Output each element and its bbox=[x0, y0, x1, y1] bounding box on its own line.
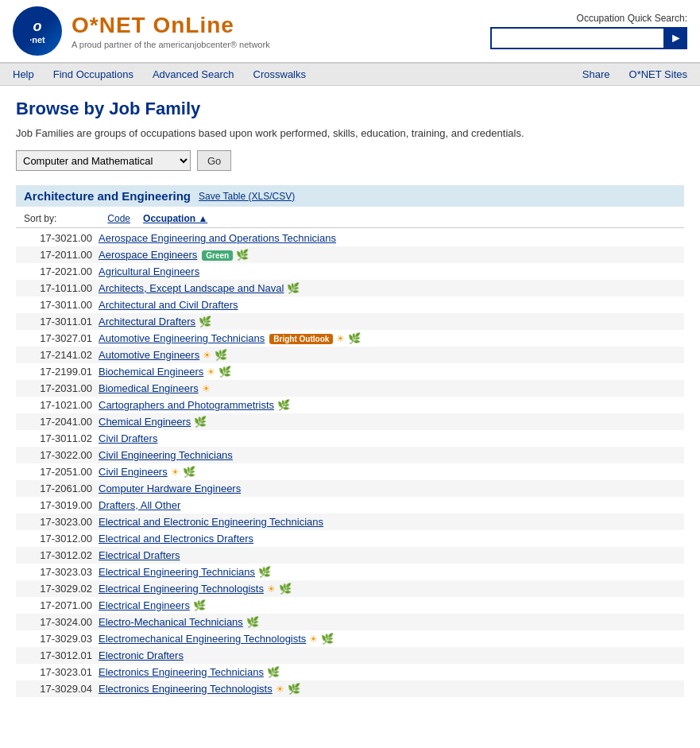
occupation-code: 17-3029.02 bbox=[16, 580, 95, 597]
leaf-icon: 🌿 bbox=[277, 399, 290, 411]
occupation-code: 17-3019.00 bbox=[16, 497, 95, 514]
occupation-link[interactable]: Architects, Except Landscape and Naval bbox=[99, 282, 284, 294]
search-button[interactable]: ► bbox=[665, 27, 687, 49]
table-row: 17-3011.01Architectural Drafters🌿 bbox=[16, 313, 684, 330]
occupation-link[interactable]: Cartographers and Photogrammetrists bbox=[99, 399, 274, 411]
occupation-link[interactable]: Agricultural Engineers bbox=[99, 265, 199, 277]
leaf-icon: 🌿 bbox=[267, 666, 280, 678]
leaf-icon: 🌿 bbox=[194, 416, 207, 428]
section-title: Architecture and Engineering bbox=[24, 189, 191, 203]
occupation-link[interactable]: Electrical Drafters bbox=[99, 549, 180, 561]
table-row: 17-3027.01Automotive Engineering Technic… bbox=[16, 330, 684, 347]
occupation-link[interactable]: Drafters, All Other bbox=[99, 499, 180, 511]
occupation-link[interactable]: Architectural Drafters bbox=[99, 316, 195, 327]
sun-icon: ☀ bbox=[336, 333, 345, 344]
leaf-icon: 🌿 bbox=[193, 599, 206, 611]
table-row: 17-2199.01Biochemical Engineers☀🌿 bbox=[16, 363, 684, 380]
sort-by-occupation[interactable]: Occupation ▲ bbox=[143, 213, 207, 224]
go-button[interactable]: Go bbox=[197, 150, 231, 171]
table-row: 17-2041.00Chemical Engineers🌿 bbox=[16, 413, 684, 430]
occupation-link[interactable]: Computer Hardware Engineers bbox=[99, 483, 241, 494]
table-row: 17-2061.00Computer Hardware Engineers bbox=[16, 480, 684, 497]
occupation-name-cell: Electrical and Electronic Engineering Te… bbox=[95, 514, 684, 530]
occupation-link[interactable]: Electro-Mechanical Technicians bbox=[99, 616, 243, 628]
leaf-icon: 🌿 bbox=[219, 366, 231, 378]
nav-crosswalks[interactable]: Crosswalks bbox=[253, 68, 306, 80]
occupation-link[interactable]: Electrical Engineering Technicians bbox=[99, 566, 255, 578]
occupation-link[interactable]: Architectural and Civil Drafters bbox=[99, 299, 238, 311]
occupation-name-cell: Computer Hardware Engineers bbox=[95, 480, 684, 497]
occupation-link[interactable]: Civil Drafters bbox=[99, 432, 157, 444]
nav-onet-sites[interactable]: O*NET Sites bbox=[629, 68, 687, 80]
table-row: 17-2021.00Agricultural Engineers bbox=[16, 263, 684, 280]
occupation-link[interactable]: Civil Engineers bbox=[99, 466, 168, 478]
occupation-link[interactable]: Automotive Engineers bbox=[99, 349, 199, 361]
occupation-name-cell: Electronics Engineering Technologists☀🌿 bbox=[95, 680, 684, 697]
table-row: 17-3022.00Civil Engineering Technicians bbox=[16, 447, 684, 463]
occupation-link[interactable]: Automotive Engineering Technicians bbox=[99, 332, 265, 344]
section-header: Architecture and Engineering Save Table … bbox=[16, 185, 684, 207]
table-row: 17-2071.00Electrical Engineers🌿 bbox=[16, 597, 684, 614]
occupation-link[interactable]: Electromechanical Engineering Technologi… bbox=[99, 633, 306, 645]
site-title: O*NET OnLine A proud partner of the amer… bbox=[72, 13, 270, 49]
site-header: o ·net O*NET OnLine A proud partner of t… bbox=[0, 0, 700, 63]
leaf-icon: 🌿 bbox=[287, 282, 300, 294]
occupation-code: 17-3011.00 bbox=[16, 296, 95, 313]
nav-help[interactable]: Help bbox=[13, 68, 34, 80]
family-select[interactable]: Computer and Mathematical bbox=[16, 150, 191, 171]
occupation-name-cell: Automotive Engineering TechniciansBright… bbox=[95, 330, 684, 347]
leaf-icon: 🌿 bbox=[199, 316, 211, 327]
occupation-link[interactable]: Civil Engineering Technicians bbox=[99, 449, 233, 461]
occupation-link[interactable]: Electronics Engineering Technicians bbox=[99, 666, 264, 678]
page-title: Browse by Job Family bbox=[16, 99, 684, 119]
search-input[interactable] bbox=[490, 27, 665, 49]
nav-find-occupations[interactable]: Find Occupations bbox=[53, 68, 133, 80]
nav-advanced-search[interactable]: Advanced Search bbox=[153, 68, 234, 80]
occupation-name-cell: Electrical Engineers🌿 bbox=[95, 597, 684, 614]
occupation-link[interactable]: Aerospace Engineers bbox=[99, 249, 197, 261]
occupation-link[interactable]: Electronics Engineering Technologists bbox=[99, 683, 273, 695]
table-row: 17-1011.00Architects, Except Landscape a… bbox=[16, 280, 684, 296]
navbar: Help Find Occupations Advanced Search Cr… bbox=[0, 63, 700, 86]
occupation-name-cell: Chemical Engineers🌿 bbox=[95, 413, 684, 430]
occupation-link[interactable]: Biochemical Engineers bbox=[99, 366, 203, 378]
table-row: 17-2051.00Civil Engineers☀🌿 bbox=[16, 463, 684, 480]
occupation-code: 17-3024.00 bbox=[16, 614, 95, 630]
occupation-code: 17-3029.04 bbox=[16, 680, 95, 697]
occupation-link[interactable]: Electrical Engineers bbox=[99, 599, 190, 611]
occupation-link[interactable]: Chemical Engineers bbox=[99, 416, 191, 428]
site-name: O*NET OnLine bbox=[72, 13, 270, 38]
occupation-name-cell: Electrical and Electronics Drafters bbox=[95, 530, 684, 547]
sort-by-code[interactable]: Code bbox=[107, 213, 130, 224]
occupation-name-cell: Architectural Drafters🌿 bbox=[95, 313, 684, 330]
occupation-link[interactable]: Electronic Drafters bbox=[99, 649, 184, 661]
occupation-name-cell: Electro-Mechanical Technicians🌿 bbox=[95, 614, 684, 630]
occupation-link[interactable]: Electrical and Electronic Engineering Te… bbox=[99, 516, 323, 528]
table-row: 17-2031.00Biomedical Engineers☀ bbox=[16, 380, 684, 397]
occupation-code: 17-3021.00 bbox=[16, 230, 95, 246]
occupation-name-cell: Civil Drafters bbox=[95, 430, 684, 447]
sun-icon: ☀ bbox=[203, 350, 211, 361]
occupation-name-cell: Electronic Drafters bbox=[95, 647, 684, 664]
leaf-icon: 🌿 bbox=[215, 349, 227, 361]
table-row: 17-3024.00Electro-Mechanical Technicians… bbox=[16, 614, 684, 630]
sun-icon: ☀ bbox=[267, 583, 276, 595]
occupation-link[interactable]: Biomedical Engineers bbox=[99, 382, 199, 394]
green-badge: Green bbox=[202, 250, 233, 261]
occupation-link[interactable]: Electrical Engineering Technologists bbox=[99, 583, 264, 595]
site-tagline: A proud partner of the americanjobcenter… bbox=[72, 40, 270, 49]
leaf-icon: 🌿 bbox=[183, 466, 195, 478]
leaf-icon: 🌿 bbox=[288, 683, 300, 695]
sun-icon: ☀ bbox=[309, 634, 318, 645]
table-row: 17-3012.01Electronic Drafters bbox=[16, 647, 684, 664]
nav-right: Share O*NET Sites bbox=[582, 68, 687, 80]
occupation-code: 17-1011.00 bbox=[16, 280, 95, 296]
nav-share[interactable]: Share bbox=[582, 68, 610, 80]
quick-search-label: Occupation Quick Search: bbox=[577, 13, 687, 24]
occupation-link[interactable]: Electrical and Electronics Drafters bbox=[99, 533, 253, 545]
leaf-icon: 🌿 bbox=[279, 583, 292, 595]
leaf-icon: 🌿 bbox=[348, 332, 361, 344]
table-row: 17-3023.00Electrical and Electronic Engi… bbox=[16, 514, 684, 530]
save-table-link[interactable]: Save Table (XLS/CSV) bbox=[199, 191, 295, 202]
occupation-link[interactable]: Aerospace Engineering and Operations Tec… bbox=[99, 232, 336, 244]
